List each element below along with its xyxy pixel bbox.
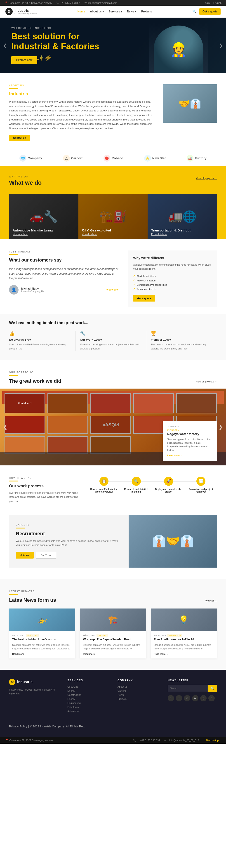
customer-avatar: 👤	[9, 285, 19, 294]
social-twitter-icon[interactable]: t	[176, 695, 182, 702]
wwd-card-transport[interactable]: 🚛🌐 Transportation & Distribut Know detai…	[148, 194, 217, 239]
latest-news-section: LATEST UPDATES Lates News form us View a…	[0, 579, 226, 670]
news-card-3[interactable]: 💡 Mar 21, 2023 INNOVATION Five Predictio…	[151, 609, 217, 658]
hero-next-arrow[interactable]: ❯	[219, 43, 223, 48]
news-card-1[interactable]: 🚁 Mar 24, 2023 INDUSTRY The brains behin…	[9, 609, 75, 658]
news-read-more-2[interactable]: Read more →	[83, 653, 143, 655]
back-to-top-link[interactable]: Back to top ↑	[206, 739, 221, 742]
gw-card-label: INDUSTRY	[167, 429, 213, 431]
nav-link-home[interactable]: Home	[77, 10, 85, 13]
wwd-card-link-transport[interactable]: Know details →	[151, 233, 213, 236]
recruit-left: CAREERS Recruitment We are looking for t…	[9, 515, 129, 567]
footer-company-3[interactable]: News	[118, 693, 159, 697]
wwd-card-link-oil[interactable]: View details →	[82, 233, 144, 236]
footer-company-2[interactable]: Carrers	[118, 689, 159, 693]
join-us-button[interactable]: Join us	[16, 552, 34, 559]
logo-robeco: 🔴 Robeco	[103, 155, 123, 162]
what-we-do-section: WHAT WE DO What we do View all projects …	[0, 166, 226, 239]
nav-logo[interactable]: ⚙ Industris Industry & Factory Solutions	[5, 8, 37, 15]
social-facebook-icon[interactable]: f	[168, 695, 174, 702]
social-gplus-icon[interactable]: g	[200, 695, 206, 702]
wp-step-4: 📊 Evaluation and project handover	[185, 477, 217, 494]
footer-search-button[interactable]: 🔍	[208, 685, 217, 692]
hero-section: WELCOME TO INDUSTRIS Best solution for I…	[0, 18, 226, 73]
why-diff-desc: At Haive enterprise.co, We understand th…	[133, 263, 212, 271]
gw-next-arrow[interactable]: ❯	[218, 424, 223, 430]
customer-stars: ★★★★★	[106, 288, 119, 291]
wwd-view-all[interactable]: View all projects →	[196, 177, 217, 180]
logo-robeco-name: Robeco	[111, 156, 123, 160]
nb-stat-awards: 👍 No awards 170+ Over 18 years with diff…	[9, 331, 75, 350]
footer: ⚙ Industris Privacy Policy | © 2023 Indu…	[0, 670, 226, 737]
nb-stats: 👍 No awards 170+ Over 18 years with diff…	[9, 331, 217, 350]
footer-service-3[interactable]: Construction	[67, 693, 108, 697]
our-team-button[interactable]: Our Team	[36, 552, 56, 559]
wwd-card-title-automotive: Automotive Manufacturing	[13, 228, 75, 232]
footer-company-1[interactable]: About us	[118, 685, 159, 689]
gw-accent	[9, 375, 18, 376]
nav-link-news[interactable]: News ▾	[127, 10, 136, 13]
footer-service-4[interactable]: Energy	[67, 697, 108, 701]
wp-step-1: 📋 Receive and Evaluate the project overv…	[88, 477, 120, 494]
nav-link-projects[interactable]: Projects	[141, 10, 152, 13]
social-linkedin-icon[interactable]: in	[184, 695, 190, 702]
logo-robeco-icon: 🔴	[103, 155, 110, 162]
wwd-card-link-automotive[interactable]: View details →	[13, 233, 75, 236]
bottom-phone: +47 5175 333 891	[140, 739, 160, 742]
bottom-phone-icon: 📞	[133, 739, 136, 742]
nothing-behind-section: We have nothing behind the great work...…	[0, 314, 226, 360]
footer-company-4[interactable]: Projects	[118, 697, 159, 701]
bottom-email: info@industris_26_02_012	[169, 739, 199, 742]
gw-prev-arrow[interactable]: ❮	[3, 424, 8, 430]
about-image-inner: 🤝👔	[163, 84, 217, 123]
search-icon[interactable]: 🔍	[192, 9, 197, 13]
great-work-section: OUR PORTFOLIO The great work we did View…	[0, 360, 226, 465]
why-diff-item-3: Comprehensive capabilities	[133, 283, 212, 287]
hero-title: Best solution for Industrial & Factories	[11, 32, 99, 51]
footer-bottom: Privacy Policy | © 2023 Industris Compan…	[9, 720, 217, 728]
about-text: ABOUT US Industris We're Industris, a tr…	[9, 84, 156, 141]
gw-view-all[interactable]: View all projects →	[196, 380, 217, 383]
wwd-card-oil-gas[interactable]: 🏗️⛽ Oil & Gas exploited View details →	[78, 194, 148, 239]
news-tag-1: Mar 24, 2023 INDUSTRY	[12, 634, 72, 637]
news-img-icon-1: 🚁	[37, 615, 47, 625]
wp-left: HOW IT WORKS Our work process Over the c…	[9, 477, 79, 503]
wp-step-3: 🚀 Deploy and complete the project	[152, 477, 185, 494]
footer-service-5[interactable]: Engineering	[67, 701, 108, 705]
hero-person-image: 👷	[149, 23, 208, 73]
footer-service-7[interactable]: Automotive	[67, 709, 108, 713]
news-view-all[interactable]: View all →	[205, 599, 217, 602]
social-pinterest-icon[interactable]: p	[208, 695, 215, 702]
nav-link-about[interactable]: About us ▾	[90, 10, 104, 13]
contact-us-button[interactable]: Contact us	[9, 135, 30, 141]
news-read-more-1[interactable]: Read more →	[12, 653, 72, 655]
footer-service-6[interactable]: Petroleum	[67, 705, 108, 709]
explore-button[interactable]: Explore now	[11, 56, 37, 64]
gw-label: OUR PORTFOLIO	[9, 371, 61, 374]
customer-name: Michael Nguv	[21, 287, 44, 290]
gw-card-title: Nagoya water factory	[167, 432, 213, 436]
work-num: Our Work 1200+	[80, 338, 142, 341]
wwd-card-content-2: Oil & Gas exploited View details →	[82, 228, 144, 236]
social-youtube-icon[interactable]: ▶	[192, 695, 198, 702]
footer-search-input[interactable]	[168, 685, 208, 692]
wwd-card-automotive[interactable]: 🚗🔧 Automotive Manufacturing View details…	[9, 194, 78, 239]
login-link[interactable]: Login	[204, 2, 210, 4]
news-card-2[interactable]: 🏗️ Feb 11, 2023 ENERGY Wrap-up: The Japa…	[80, 609, 146, 658]
news-read-more-3[interactable]: Read more →	[154, 653, 214, 655]
footer-service-2[interactable]: Energy	[67, 689, 108, 693]
news-card-body-3: Mar 21, 2023 INNOVATION Five Predictions…	[151, 631, 217, 658]
news-header: LATEST UPDATES Lates News form us View a…	[9, 590, 217, 603]
get-quote-button[interactable]: Get a quote	[199, 8, 221, 15]
nav-link-services[interactable]: Services ▾	[109, 10, 122, 13]
why-diff-list: Flexible solutions Free commission Compr…	[133, 274, 212, 291]
nav-logo-subtitle: Industry & Factory Solutions	[14, 12, 37, 14]
hero-prev-arrow[interactable]: ❮	[3, 43, 7, 48]
gw-card-link[interactable]: Learn more →	[167, 454, 213, 457]
hero-title-line1: Best solution for	[11, 32, 79, 41]
get-quote-small-button[interactable]: Get a quote	[133, 295, 155, 302]
language-selector[interactable]: English	[213, 2, 222, 4]
footer-logo-name: Industris	[17, 680, 33, 684]
wp-desc: Over the course of more than 50 years of…	[9, 491, 79, 503]
footer-service-1[interactable]: Oil & Gas	[67, 685, 108, 689]
